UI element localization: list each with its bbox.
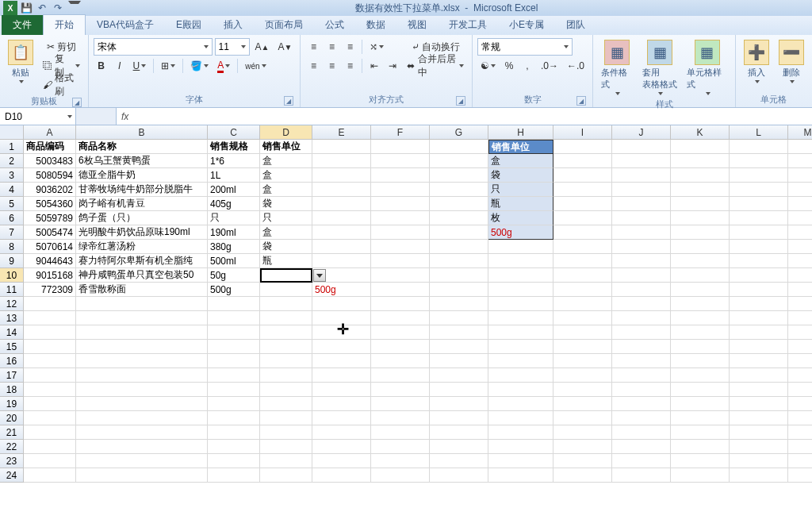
cell-K17[interactable] xyxy=(671,368,730,383)
cell-I5[interactable] xyxy=(553,197,612,211)
cell-L6[interactable] xyxy=(730,211,788,225)
cell-C8[interactable]: 380g xyxy=(208,240,260,254)
cell-I19[interactable] xyxy=(553,397,612,411)
indent-inc-button[interactable]: ⇥ xyxy=(385,57,400,75)
cell-G8[interactable] xyxy=(430,240,488,254)
cell-M11[interactable] xyxy=(788,283,812,297)
orientation-button[interactable]: ⤭ xyxy=(366,38,387,56)
cell-G10[interactable] xyxy=(430,268,488,283)
cell-D12[interactable] xyxy=(260,297,312,311)
cell-B15[interactable] xyxy=(76,340,208,354)
cell-E13[interactable] xyxy=(312,311,371,325)
row-header-21[interactable]: 21 xyxy=(0,425,24,440)
cell-J6[interactable] xyxy=(612,211,671,225)
cell-G23[interactable] xyxy=(430,454,488,468)
cell-M23[interactable] xyxy=(788,454,812,468)
cell-D18[interactable] xyxy=(260,383,312,397)
cell-J17[interactable] xyxy=(612,368,671,383)
row-header-11[interactable]: 11 xyxy=(0,283,24,297)
cell-E12[interactable] xyxy=(312,297,371,311)
cell-F12[interactable] xyxy=(371,297,430,311)
cell-M19[interactable] xyxy=(788,397,812,411)
tab-view[interactable]: 视图 xyxy=(396,15,438,35)
cell-L12[interactable] xyxy=(730,297,788,311)
shrink-font-button[interactable]: A▼ xyxy=(275,38,296,56)
cell-E21[interactable] xyxy=(312,425,371,440)
cell-I16[interactable] xyxy=(553,354,612,368)
cell-H24[interactable] xyxy=(488,468,553,483)
cell-K10[interactable] xyxy=(671,268,730,283)
save-icon[interactable]: 💾 xyxy=(19,1,33,15)
cell-K3[interactable] xyxy=(671,168,730,183)
col-header-F[interactable]: F xyxy=(371,125,430,140)
cell-D17[interactable] xyxy=(260,368,312,383)
cell-L22[interactable] xyxy=(730,440,788,454)
row-header-14[interactable]: 14 xyxy=(0,325,24,340)
cell-J15[interactable] xyxy=(612,340,671,354)
cell-M5[interactable] xyxy=(788,197,812,211)
cell-G2[interactable] xyxy=(430,154,488,168)
cell-A10[interactable]: 9015168 xyxy=(24,268,76,283)
cell-F15[interactable] xyxy=(371,340,430,354)
cell-D1[interactable]: 销售单位 xyxy=(260,140,312,154)
cell-I8[interactable] xyxy=(553,240,612,254)
row-header-15[interactable]: 15 xyxy=(0,340,24,354)
tab-vba[interactable]: VBA代码盒子 xyxy=(86,15,165,35)
row-header-17[interactable]: 17 xyxy=(0,368,24,383)
cell-G11[interactable] xyxy=(430,283,488,297)
cell-H7[interactable]: 500g xyxy=(488,225,553,240)
cell-A17[interactable] xyxy=(24,368,76,383)
inc-decimal-button[interactable]: .0→ xyxy=(538,57,561,75)
qat-more-icon[interactable] xyxy=(67,1,81,15)
number-format-combo[interactable]: 常规 xyxy=(477,38,573,56)
col-header-H[interactable]: H xyxy=(488,125,553,140)
cell-M10[interactable] xyxy=(788,268,812,283)
cell-D15[interactable] xyxy=(260,340,312,354)
cell-F17[interactable] xyxy=(371,368,430,383)
cell-C11[interactable]: 500g xyxy=(208,283,260,297)
col-header-E[interactable]: E xyxy=(312,125,371,140)
align-center-button[interactable]: ≡ xyxy=(324,57,339,75)
cell-F6[interactable] xyxy=(371,211,430,225)
cell-L24[interactable] xyxy=(730,468,788,483)
col-header-B[interactable]: B xyxy=(76,125,208,140)
cell-G18[interactable] xyxy=(430,383,488,397)
cell-C5[interactable]: 405g xyxy=(208,197,260,211)
cell-G22[interactable] xyxy=(430,440,488,454)
cell-H1[interactable]: 销售单位 xyxy=(488,140,553,154)
cell-I10[interactable] xyxy=(553,268,612,283)
cell-H13[interactable] xyxy=(488,311,553,325)
dec-decimal-button[interactable]: ←.0 xyxy=(564,57,588,75)
cell-A22[interactable] xyxy=(24,440,76,454)
cell-C2[interactable]: 1*6 xyxy=(208,154,260,168)
cell-H20[interactable] xyxy=(488,411,553,425)
cell-L13[interactable] xyxy=(730,311,788,325)
cell-M13[interactable] xyxy=(788,311,812,325)
cell-A19[interactable] xyxy=(24,397,76,411)
delete-cells-button[interactable]: ➖删除 xyxy=(776,38,807,85)
grow-font-button[interactable]: A▲ xyxy=(252,38,273,56)
cell-D24[interactable] xyxy=(260,468,312,483)
cell-B23[interactable] xyxy=(76,454,208,468)
cell-E14[interactable] xyxy=(312,325,371,340)
cell-H4[interactable]: 只 xyxy=(488,183,553,197)
cell-M6[interactable] xyxy=(788,211,812,225)
cell-H8[interactable] xyxy=(488,240,553,254)
cell-A7[interactable]: 5005474 xyxy=(24,225,76,240)
cell-G15[interactable] xyxy=(430,340,488,354)
cell-C20[interactable] xyxy=(208,411,260,425)
row-header-7[interactable]: 7 xyxy=(0,225,24,240)
cell-L16[interactable] xyxy=(730,354,788,368)
cell-H9[interactable] xyxy=(488,254,553,268)
cell-L11[interactable] xyxy=(730,283,788,297)
cell-A4[interactable]: 9036202 xyxy=(24,183,76,197)
cell-J20[interactable] xyxy=(612,411,671,425)
row-header-8[interactable]: 8 xyxy=(0,240,24,254)
cell-H6[interactable]: 枚 xyxy=(488,211,553,225)
cell-C13[interactable] xyxy=(208,311,260,325)
cell-I21[interactable] xyxy=(553,425,612,440)
cell-J16[interactable] xyxy=(612,354,671,368)
cell-J12[interactable] xyxy=(612,297,671,311)
cond-format-button[interactable]: ▦条件格式 xyxy=(598,38,636,97)
cell-G17[interactable] xyxy=(430,368,488,383)
